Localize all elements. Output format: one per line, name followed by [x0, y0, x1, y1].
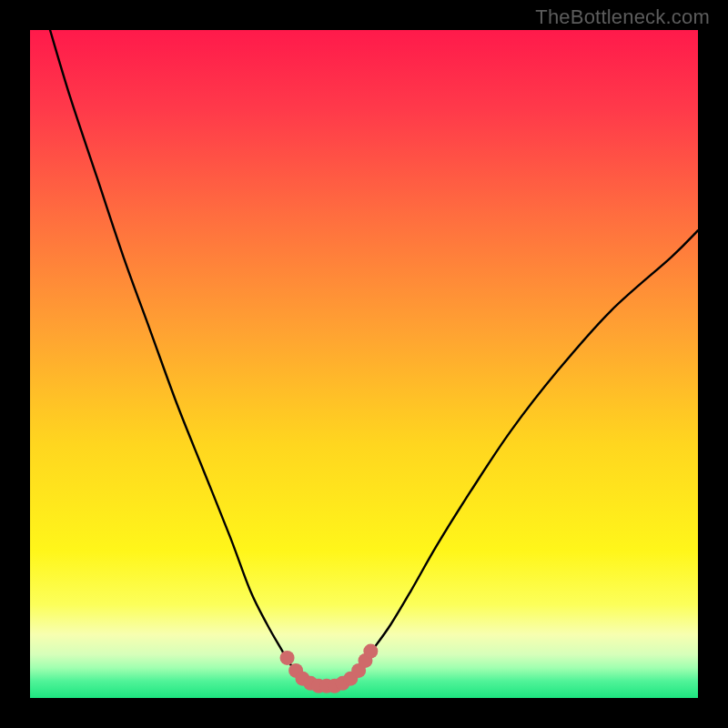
marker-dot: [363, 644, 378, 659]
bottleneck-plot: [30, 30, 698, 698]
plot-svg: [30, 30, 698, 698]
chart-frame: TheBottleneck.com: [0, 0, 728, 728]
gradient-background: [30, 30, 698, 698]
marker-dot: [280, 651, 295, 665]
attribution-watermark: TheBottleneck.com: [535, 5, 710, 29]
